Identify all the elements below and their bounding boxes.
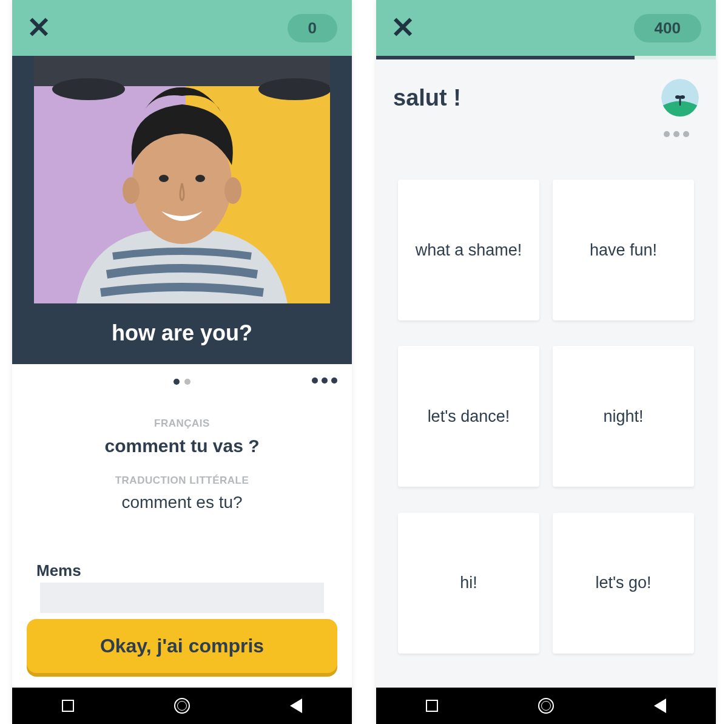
android-navbar <box>376 688 716 724</box>
video-area: how are you? <box>12 56 352 364</box>
score-pill: 0 <box>288 14 337 42</box>
video-thumbnail[interactable] <box>12 56 352 303</box>
close-icon[interactable]: ✕ <box>391 13 415 42</box>
answer-card[interactable]: night! <box>553 346 694 487</box>
topbar: ✕ 400 <box>376 0 716 56</box>
nav-home-icon[interactable] <box>174 698 190 714</box>
mems-card-placeholder[interactable] <box>40 583 324 613</box>
progress-fill <box>376 56 635 59</box>
svg-point-8 <box>159 175 169 182</box>
phrase-text: comment tu vas ? <box>36 436 328 456</box>
language-label: FRANÇAIS <box>36 418 328 430</box>
nav-back-icon[interactable] <box>654 699 666 713</box>
more-icon[interactable] <box>376 121 716 137</box>
phone-left: ✕ 0 <box>12 0 352 724</box>
answers-grid: what a shame! have fun! let's dance! nig… <box>376 137 716 688</box>
nav-back-icon[interactable] <box>290 699 302 713</box>
svg-point-4 <box>258 78 330 100</box>
svg-point-6 <box>123 177 140 204</box>
literal-text: comment es tu? <box>36 493 328 512</box>
phone-right: ✕ 400 salut ! what a shame! have fun! le… <box>376 0 716 724</box>
android-navbar <box>12 688 352 724</box>
more-icon[interactable] <box>312 377 337 384</box>
score-pill: 400 <box>634 14 701 42</box>
svg-point-7 <box>224 177 241 204</box>
info-section: FRANÇAIS comment tu vas ? TRADUCTION LIT… <box>12 399 352 549</box>
close-icon[interactable]: ✕ <box>27 13 51 42</box>
answer-card[interactable]: let's dance! <box>398 346 539 487</box>
topbar: ✕ 0 <box>12 0 352 56</box>
nav-recent-icon[interactable] <box>426 700 438 712</box>
progress-bar <box>376 56 716 59</box>
question-row: salut ! <box>376 59 716 121</box>
svg-point-3 <box>52 78 125 100</box>
question-text: salut ! <box>393 85 661 111</box>
card-pagination-bar <box>12 364 352 399</box>
mems-heading: Mems <box>12 549 352 583</box>
answer-card[interactable]: what a shame! <box>398 180 539 320</box>
video-caption: how are you? <box>12 320 352 346</box>
nav-home-icon[interactable] <box>538 698 554 714</box>
nav-recent-icon[interactable] <box>62 700 74 712</box>
page-dots <box>174 379 190 385</box>
confirm-button[interactable]: Okay, j'ai compris <box>27 619 337 673</box>
svg-point-11 <box>675 95 680 99</box>
svg-point-9 <box>195 175 205 182</box>
plant-avatar[interactable] <box>661 79 699 117</box>
answer-card[interactable]: have fun! <box>553 180 694 320</box>
answer-card[interactable]: hi! <box>398 513 539 654</box>
svg-point-12 <box>680 95 685 99</box>
literal-label: TRADUCTION LITTÉRALE <box>36 475 328 487</box>
answer-card[interactable]: let's go! <box>553 513 694 654</box>
